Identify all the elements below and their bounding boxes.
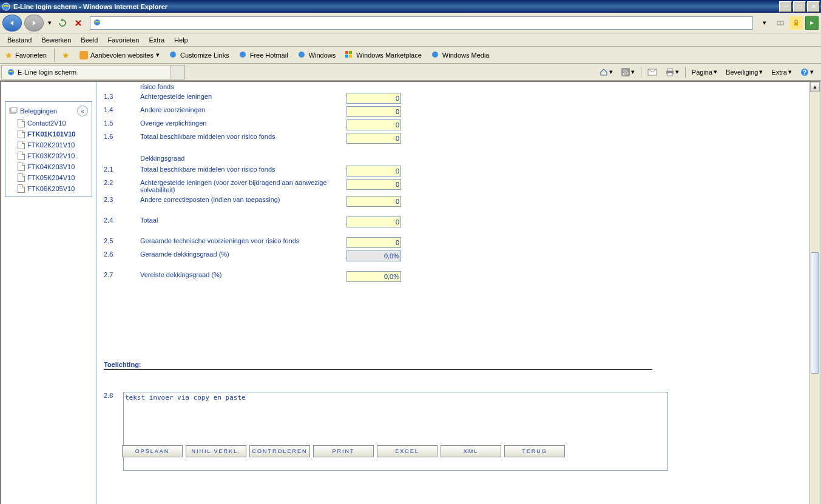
- svg-point-15: [623, 73, 624, 75]
- nihil-verkl--button[interactable]: NIHIL VERKL.: [186, 445, 246, 457]
- read-mail-button[interactable]: [645, 67, 660, 77]
- favorites-button[interactable]: ★ Favorieten: [2, 49, 49, 61]
- folder-icon: [9, 107, 18, 115]
- ie-icon: [1, 2, 11, 12]
- svg-point-6: [240, 52, 246, 58]
- ie-icon: [298, 51, 306, 59]
- tree-item[interactable]: FTK04K203V10: [8, 161, 89, 172]
- scroll-up-button[interactable]: ▲: [810, 82, 820, 92]
- value-input[interactable]: [346, 119, 401, 130]
- link-hotmail[interactable]: Free Hotmail: [237, 50, 291, 61]
- document-icon: [18, 130, 25, 138]
- stop-button[interactable]: [72, 16, 85, 30]
- input-totaal-24[interactable]: [346, 217, 401, 227]
- refresh-button[interactable]: [56, 16, 69, 30]
- form-row: 2.7 Vereiste dekkingsgraad (%): [104, 270, 802, 283]
- svg-point-5: [170, 52, 176, 58]
- value-input[interactable]: [346, 106, 401, 117]
- input-vereiste-27[interactable]: [346, 271, 401, 282]
- form-row: 1.5Overige verplichtingen: [104, 118, 802, 132]
- menu-bestand[interactable]: Bestand: [2, 35, 36, 45]
- value-input[interactable]: [346, 133, 401, 144]
- nav-history-dropdown[interactable]: ▾: [46, 15, 53, 32]
- tree-item[interactable]: Contact2V10: [8, 118, 89, 129]
- tree-item[interactable]: FTK05K204V10: [8, 172, 89, 183]
- address-bar[interactable]: [90, 16, 753, 30]
- vertical-scrollbar[interactable]: ▲ ▼: [809, 82, 820, 504]
- form-row: 2.1Totaal beschikbare middelen voor risi…: [104, 164, 802, 178]
- menu-beeld[interactable]: Beeld: [76, 35, 103, 45]
- favorites-bar: ★ Favorieten ★ Aanbevolen websites ▾ Cus…: [0, 47, 821, 64]
- menu-extra[interactable]: Extra: [144, 35, 169, 45]
- excel-button[interactable]: EXCEL: [377, 445, 438, 457]
- help-button[interactable]: ?▾: [798, 67, 816, 78]
- close-button[interactable]: ✕: [807, 1, 820, 12]
- home-button[interactable]: ▾: [597, 67, 615, 78]
- aanbevolen-websites[interactable]: Aanbevolen websites ▾: [77, 50, 162, 61]
- minimize-button[interactable]: ─: [779, 1, 792, 12]
- ie-icon: [7, 68, 15, 76]
- addr-dropdown[interactable]: ▾: [758, 16, 771, 30]
- tree-item[interactable]: FTK03K202V10: [8, 150, 89, 161]
- go-button[interactable]: [805, 16, 819, 30]
- ie-icon: [169, 51, 178, 59]
- menu-help[interactable]: Help: [169, 35, 193, 45]
- document-icon: [18, 141, 25, 149]
- opslaan-button[interactable]: OPSLAAN: [122, 445, 183, 457]
- document-icon: [18, 119, 25, 127]
- tab-bar: E-Line login scherm ▾ ▾ ▾ Pagina▾ Beveil…: [0, 64, 821, 81]
- value-input[interactable]: [346, 237, 401, 248]
- print-button[interactable]: PRINT: [313, 445, 374, 457]
- svg-rect-14: [621, 68, 630, 76]
- toelichting-heading: Toelichting:: [104, 361, 652, 370]
- pagina-menu[interactable]: Pagina▾: [689, 67, 720, 77]
- new-tab-button[interactable]: [171, 65, 185, 79]
- form-row: 2.4 Totaal: [104, 215, 802, 229]
- maximize-button[interactable]: □: [793, 1, 806, 12]
- scroll-thumb[interactable]: [811, 252, 819, 374]
- tree-item[interactable]: FTK06K205V10: [8, 183, 89, 194]
- nav-toolbar: ▾ ▾: [0, 13, 821, 33]
- add-favorite-button[interactable]: ★: [59, 49, 72, 61]
- print-button[interactable]: ▾: [663, 67, 681, 78]
- value-input[interactable]: [346, 196, 401, 207]
- compat-view-button[interactable]: [774, 16, 787, 30]
- svg-point-7: [299, 52, 305, 58]
- controleren-button[interactable]: CONTROLEREN: [249, 445, 310, 457]
- content-area: Beleggingen « Contact2V10FTK01K101V10FTK…: [0, 81, 821, 504]
- value-input[interactable]: [346, 166, 401, 176]
- beveiliging-menu[interactable]: Beveiliging▾: [723, 67, 765, 77]
- extra-menu[interactable]: Extra▾: [769, 67, 794, 77]
- svg-rect-11: [349, 55, 352, 58]
- value-input[interactable]: [346, 250, 401, 261]
- terug-button[interactable]: TERUG: [504, 445, 565, 457]
- forward-button[interactable]: [24, 15, 44, 32]
- ie-icon: [239, 51, 248, 59]
- link-customize[interactable]: Customize Links: [167, 50, 232, 61]
- link-marketplace[interactable]: Windows Marketplace: [343, 50, 424, 61]
- tree-navigation: Beleggingen « Contact2V10FTK01K101V10FTK…: [5, 101, 92, 197]
- tree-item[interactable]: FTK01K101V10: [8, 129, 89, 139]
- menu-bewerken[interactable]: Bewerken: [36, 35, 76, 45]
- left-nav-frame: Beleggingen « Contact2V10FTK01K101V10FTK…: [1, 82, 96, 504]
- titlebar: E-Line login scherm - Windows Internet E…: [0, 0, 821, 13]
- tree-item[interactable]: FTK02K201V10: [8, 139, 89, 150]
- toelichting-textarea[interactable]: [123, 392, 668, 471]
- collapse-icon[interactable]: «: [77, 106, 88, 116]
- menubar: Bestand Bewerken Beeld Favorieten Extra …: [0, 33, 821, 47]
- tab-eline[interactable]: E-Line login scherm: [1, 65, 171, 79]
- form-row: 2.6Geraamde dekkingsgraad (%): [104, 249, 802, 263]
- xml-button[interactable]: XML: [441, 445, 501, 457]
- form-row: 1.3Achtergestelde leningen: [104, 92, 802, 105]
- value-input[interactable]: [346, 179, 401, 190]
- value-input[interactable]: [346, 93, 401, 104]
- feeds-button[interactable]: ▾: [619, 67, 637, 78]
- tree-root[interactable]: Beleggingen «: [8, 104, 89, 118]
- menu-favorieten[interactable]: Favorieten: [103, 35, 144, 45]
- document-icon: [18, 163, 25, 171]
- link-windows[interactable]: Windows: [296, 50, 339, 61]
- back-button[interactable]: [2, 15, 22, 32]
- row-num-28: 2.8: [104, 392, 123, 399]
- form-row: 2.3Andere correctieposten (indien van to…: [104, 195, 802, 208]
- link-media[interactable]: Windows Media: [429, 50, 492, 61]
